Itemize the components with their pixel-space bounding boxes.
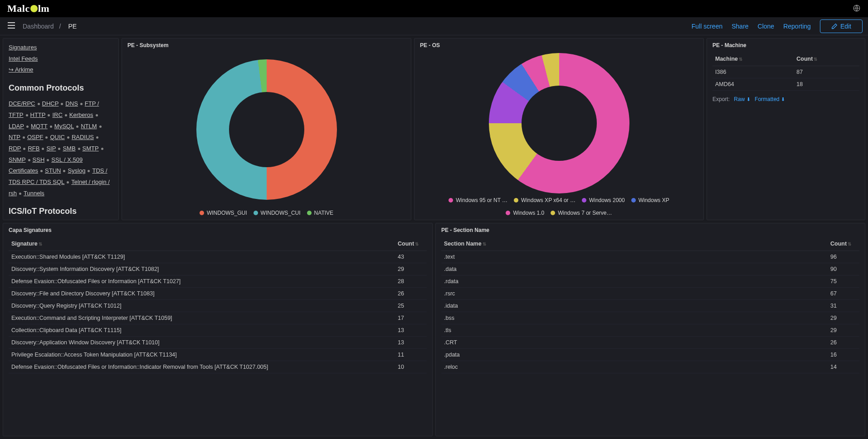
download-icon: ⬇ (781, 96, 785, 102)
os-panel: PE - OS Windows 95 or NT …Windows XP x64… (414, 38, 704, 220)
table-row[interactable]: Collection::Clipboard Data [ATT&CK T1115… (9, 324, 427, 337)
table-row[interactable]: Privilege Escalation::Access Token Manip… (9, 349, 427, 361)
machine-table: Machine⇅ Count⇅ I38687AMD6418 (712, 52, 859, 91)
legend-item[interactable]: WINDOWS_CUI (254, 210, 301, 216)
table-row[interactable]: I38687 (712, 66, 859, 78)
table-row[interactable]: .text96 (441, 251, 859, 263)
table-row[interactable]: Discovery::Query Registry [ATT&CK T1012]… (9, 300, 427, 312)
protocol-link[interactable]: MySQL (54, 123, 74, 130)
reporting-link[interactable]: Reporting (783, 23, 811, 30)
section-table: Section Name⇅ Count⇅ .text96.data90.rdat… (441, 237, 859, 373)
protocol-link[interactable]: HTTP (30, 111, 46, 118)
table-row[interactable]: .bss29 (441, 312, 859, 324)
sidebar-link[interactable]: Intel Feeds (9, 55, 38, 62)
protocol-link[interactable]: RDP (9, 145, 21, 152)
count-header[interactable]: Count⇅ (794, 52, 859, 66)
protocol-link[interactable]: Syslog (68, 167, 85, 174)
legend-item[interactable]: Windows XP (631, 197, 669, 203)
table-row[interactable]: Discovery::Application Window Discovery … (9, 337, 427, 349)
table-row[interactable]: AMD6418 (712, 78, 859, 91)
protocol-link[interactable]: NTP (9, 134, 20, 140)
protocol-link[interactable]: OSPF (27, 134, 43, 140)
protocol-link[interactable]: NTLM (81, 123, 97, 130)
subsystem-donut-chart[interactable] (196, 59, 337, 200)
common-protocols-heading: Common Protocols (9, 80, 113, 96)
protocol-link[interactable]: DNS (65, 100, 78, 107)
legend-item[interactable]: WINDOWS_GUI (200, 210, 247, 216)
table-row[interactable]: Defense Evasion::Obfuscated Files or Inf… (9, 361, 427, 373)
table-row[interactable]: .pdata16 (441, 349, 859, 361)
legend-item[interactable]: Windows 2000 (582, 197, 625, 203)
capa-table: Signature⇅ Count⇅ Execution::Shared Modu… (9, 237, 427, 373)
table-row[interactable]: Discovery::File and Directory Discovery … (9, 288, 427, 300)
export-formatted-link[interactable]: Formatted ⬇ (755, 96, 785, 102)
fullscreen-link[interactable]: Full screen (692, 23, 722, 30)
table-row[interactable]: .idata31 (441, 300, 859, 312)
clone-link[interactable]: Clone (758, 23, 775, 30)
sidebar-link[interactable]: Signatures (9, 44, 37, 51)
table-row[interactable]: Execution::Shared Modules [ATT&CK T1129]… (9, 251, 427, 263)
protocol-link[interactable]: LDAP (9, 123, 24, 130)
protocol-link[interactable]: RADIUS (72, 134, 94, 140)
protocol-link[interactable]: RFB (28, 145, 39, 152)
breadcrumb-page: PE (68, 23, 77, 30)
protocol-link[interactable]: SMTP (83, 145, 99, 152)
protocol-link[interactable]: QUIC (50, 134, 65, 140)
table-row[interactable]: Execution::Command and Scripting Interpr… (9, 312, 427, 324)
section-name-header[interactable]: Section Name⇅ (441, 237, 828, 251)
edit-button[interactable]: Edit (820, 19, 863, 33)
download-icon: ⬇ (746, 96, 751, 102)
protocol-link[interactable]: Tunnels (24, 190, 44, 197)
menu-toggle-button[interactable] (5, 20, 17, 32)
legend-item[interactable]: Windows 1.0 (506, 210, 544, 216)
section-name-panel: PE - Section Name Section Name⇅ Count⇅ .… (435, 223, 865, 436)
protocol-link[interactable]: IRC (52, 111, 62, 118)
protocol-link[interactable]: SMB (63, 145, 75, 152)
share-link[interactable]: Share (731, 23, 748, 30)
navbar: Dashboard / PE Full screen Share Clone R… (0, 17, 868, 35)
machine-panel: PE - Machine Machine⇅ Count⇅ I38687AMD64… (707, 38, 865, 220)
protocol-link[interactable]: STUN (45, 167, 61, 174)
sidebar-link[interactable]: ↪ Arkime (9, 66, 33, 73)
table-row[interactable]: .tls29 (441, 324, 859, 337)
ics-protocols-heading: ICS/IoT Protocols (9, 203, 113, 219)
legend-item[interactable]: Windows XP x64 or … (514, 197, 575, 203)
count-header[interactable]: Count⇅ (828, 237, 859, 251)
count-header[interactable]: Count⇅ (395, 237, 427, 251)
protocol-link[interactable]: DHCP (42, 100, 59, 107)
legend-item[interactable]: NATIVE (307, 210, 333, 216)
table-row[interactable]: Defense Evasion::Obfuscated Files or Inf… (9, 275, 427, 288)
signature-header[interactable]: Signature⇅ (9, 237, 395, 251)
table-row[interactable]: .reloc14 (441, 361, 859, 373)
os-donut-chart[interactable] (489, 53, 629, 193)
protocol-link[interactable]: Kerberos (69, 111, 93, 118)
protocol-link[interactable]: SIP (46, 145, 56, 152)
app-topbar: Malclm (0, 0, 868, 17)
protocols-sidebar: SignaturesIntel Feeds↪ Arkime Common Pro… (3, 38, 119, 220)
export-row: Export: Raw ⬇ Formatted ⬇ (712, 96, 859, 102)
machine-header[interactable]: Machine⇅ (712, 52, 794, 66)
legend-item[interactable]: Windows 7 or Serve… (551, 210, 612, 216)
protocol-link[interactable]: SNMP (9, 156, 26, 163)
legend-item[interactable]: Windows 95 or NT … (449, 197, 507, 203)
breadcrumb-root[interactable]: Dashboard (23, 23, 54, 30)
capa-signatures-panel: Capa Signatures Signature⇅ Count⇅ Execut… (3, 223, 433, 436)
pencil-icon (831, 23, 838, 29)
table-row[interactable]: .data90 (441, 263, 859, 275)
subsystem-panel: PE - Subsystem WINDOWS_GUIWINDOWS_CUINAT… (122, 38, 411, 220)
globe-icon[interactable] (853, 4, 861, 14)
export-raw-link[interactable]: Raw ⬇ (734, 96, 750, 102)
table-row[interactable]: .CRT26 (441, 337, 859, 349)
table-row[interactable]: .rdata75 (441, 275, 859, 288)
protocol-link[interactable]: SSH (33, 156, 45, 163)
protocol-link[interactable]: DCE/RPC (9, 100, 35, 107)
app-logo: Malclm (7, 3, 49, 14)
table-row[interactable]: .rsrc67 (441, 288, 859, 300)
table-row[interactable]: Discovery::System Information Discovery … (9, 263, 427, 275)
protocol-link[interactable]: MQTT (31, 123, 48, 130)
